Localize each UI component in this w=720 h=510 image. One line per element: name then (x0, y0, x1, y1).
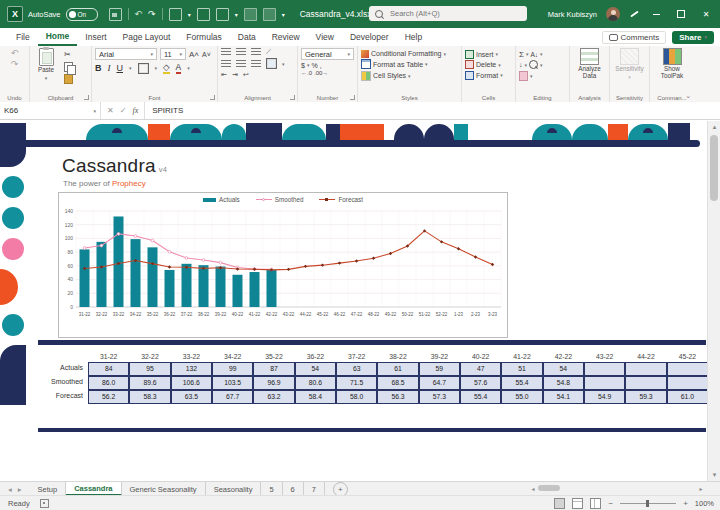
table-cell[interactable] (584, 362, 625, 376)
table-cell[interactable]: 58.3 (129, 390, 170, 404)
zoom-in-icon[interactable]: + (683, 499, 688, 508)
table-cell[interactable]: 132 (171, 362, 212, 376)
user-name[interactable]: Mark Kubiszyn (548, 10, 597, 19)
chevron-down-icon[interactable]: ▾ (187, 65, 190, 71)
chevron-down-icon[interactable]: ▾ (188, 11, 191, 18)
scroll-up-icon[interactable]: ▴ (708, 121, 720, 133)
chevron-down-icon[interactable]: ▾ (235, 11, 238, 18)
chart-icon[interactable] (216, 8, 229, 21)
vertical-scrollbar[interactable]: ▴ ▾ (707, 121, 720, 481)
table-cell[interactable]: 54 (295, 362, 336, 376)
zoom-slider[interactable] (620, 503, 676, 504)
table-cell[interactable]: 54.9 (584, 390, 625, 404)
autosum-icon[interactable]: Σ (519, 50, 524, 59)
table-cell[interactable]: 61 (377, 362, 418, 376)
chevron-down-icon[interactable]: ▾ (307, 62, 310, 68)
table-cell[interactable]: 54 (543, 362, 584, 376)
table-cell[interactable]: 68.5 (377, 376, 418, 390)
shrink-font-icon[interactable]: A˅ (202, 51, 211, 58)
document-title[interactable]: Cassandra_v4.xlsx▾ (300, 9, 378, 19)
qat-overflow-chevron-icon[interactable]: ▾ (282, 11, 285, 18)
sensitivity-button[interactable]: Sensitivity ▾ (613, 48, 646, 80)
scroll-left-icon[interactable]: ◂ (528, 485, 538, 492)
user-avatar[interactable] (606, 7, 620, 21)
table-cell[interactable]: 59 (419, 362, 460, 376)
increase-indent-icon[interactable]: ⇥ (232, 71, 238, 79)
table-cell[interactable]: 61.0 (667, 390, 708, 404)
table-cell[interactable]: 106.6 (171, 376, 212, 390)
comma-icon[interactable]: , (320, 62, 322, 69)
chevron-down-icon[interactable]: ▾ (530, 73, 533, 79)
fill-icon[interactable]: ↓ (519, 61, 523, 68)
align-left-icon[interactable] (221, 60, 231, 68)
zoom-level[interactable]: 100% (695, 499, 714, 508)
chevron-down-icon[interactable]: ▾ (155, 65, 158, 71)
table-cell[interactable]: 96.9 (253, 376, 294, 390)
increase-decimal-icon[interactable]: ←.0 (301, 70, 312, 76)
decrease-indent-icon[interactable]: ⇤ (221, 71, 227, 79)
table-cell[interactable]: 64.7 (419, 376, 460, 390)
show-toolpak-button[interactable]: Show ToolPak (653, 48, 691, 79)
format-button[interactable]: Format▾ (465, 71, 512, 80)
table-cell[interactable]: 67.7 (212, 390, 253, 404)
normal-view-icon[interactable] (554, 498, 565, 509)
table-cell[interactable] (667, 376, 708, 390)
align-top-icon[interactable] (221, 48, 231, 56)
table-cell[interactable]: 54.1 (543, 390, 584, 404)
macro-record-icon[interactable] (40, 499, 49, 508)
cut-icon[interactable]: ✂ (64, 50, 73, 60)
pen-icon[interactable] (629, 9, 639, 19)
sheet-tab-cassandra[interactable]: Cassandra (66, 482, 121, 496)
analyze-data-button[interactable]: Analyze Data (573, 48, 606, 79)
prev-sheet-icon[interactable]: ◂ (8, 485, 12, 494)
zoom-out-icon[interactable]: − (608, 499, 613, 508)
search-bar[interactable] (369, 6, 527, 21)
ribbon-tab-help[interactable]: Help (397, 28, 430, 46)
horizontal-scroll-thumb[interactable] (538, 485, 560, 491)
cancel-icon[interactable]: ✕ (107, 106, 114, 115)
table-cell[interactable]: 54.8 (543, 376, 584, 390)
formula-input[interactable]: SPIRITS (145, 102, 720, 119)
redo-icon[interactable]: ↷ (148, 9, 156, 19)
table-cell[interactable]: 56.3 (377, 390, 418, 404)
font-size-select[interactable]: 11 ▾ (160, 48, 186, 60)
number-format-select[interactable]: General ▾ (301, 48, 354, 60)
fill-color-icon[interactable]: ◇ (163, 62, 170, 74)
enter-icon[interactable]: ✓ (120, 106, 127, 115)
grow-font-icon[interactable]: A˄ (189, 50, 199, 59)
table-cell[interactable]: 56.2 (88, 390, 129, 404)
table-cell[interactable]: 103.5 (212, 376, 253, 390)
table-cell[interactable]: 63 (336, 362, 377, 376)
align-right-icon[interactable] (251, 60, 261, 68)
table-cell[interactable]: 86.0 (88, 376, 129, 390)
table-cell[interactable]: 95 (129, 362, 170, 376)
align-bottom-icon[interactable] (251, 48, 261, 56)
table-icon[interactable] (169, 8, 182, 21)
chevron-down-icon[interactable]: ▾ (540, 51, 543, 57)
sort-filter-icon[interactable]: A↓ (530, 51, 538, 58)
sheet-tab-setup[interactable]: Setup (30, 482, 67, 496)
merge-center-icon[interactable] (266, 58, 277, 69)
ribbon-tab-insert[interactable]: Insert (77, 28, 114, 46)
chevron-down-icon[interactable]: ▾ (525, 62, 528, 68)
ribbon-tab-file[interactable]: File (8, 28, 38, 46)
ribbon-tab-data[interactable]: Data (230, 28, 264, 46)
scroll-right-icon[interactable]: ▸ (696, 485, 706, 492)
conditional-formatting-button[interactable]: Conditional Formatting▾ (361, 50, 458, 58)
minimize-button[interactable] (648, 6, 664, 22)
close-button[interactable]: ✕ (698, 6, 714, 22)
sheet-tab-seasonality[interactable]: Seasonality (206, 482, 262, 496)
table-cell[interactable]: 58.4 (295, 390, 336, 404)
sheet-tab-5[interactable]: 5 (261, 482, 282, 496)
worksheet-area[interactable]: Cassandrav4 The power of Prophecy Actual… (0, 121, 720, 481)
format-as-table-button[interactable]: Format as Table▾ (361, 59, 458, 69)
autosave-toggle[interactable]: On (66, 8, 98, 21)
name-box[interactable]: K66 ▾ (0, 102, 101, 119)
ribbon-tab-view[interactable]: View (308, 28, 342, 46)
table-cell[interactable]: 57.3 (419, 390, 460, 404)
comments-button[interactable]: Comments (602, 31, 667, 44)
table-cell[interactable] (667, 362, 708, 376)
redo-icon[interactable]: ↷ (11, 59, 19, 69)
page-break-view-icon[interactable] (590, 498, 601, 509)
table-cell[interactable]: 47 (460, 362, 501, 376)
